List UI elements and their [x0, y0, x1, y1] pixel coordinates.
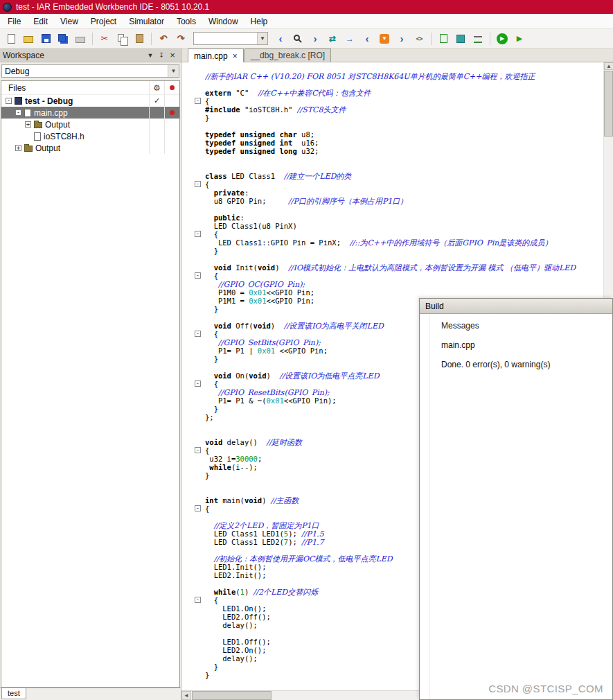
code-line[interactable]: P1M0 = 0x01<<GPIO_Pin; [191, 288, 603, 297]
code-line[interactable]: typedef unsigned long u32; [191, 147, 603, 155]
print-icon-button[interactable] [73, 31, 88, 46]
code-line[interactable]: - { [191, 272, 603, 280]
close-tab-icon[interactable]: × [233, 51, 238, 61]
code-line[interactable] [191, 122, 603, 130]
fold-gutter [191, 189, 205, 197]
menu-help[interactable]: Help [245, 15, 274, 28]
menu-edit[interactable]: Edit [27, 15, 54, 28]
scroll-up-icon[interactable]: ▲ [604, 62, 613, 70]
expand-icon[interactable]: + [25, 121, 31, 128]
code-line[interactable]: } [191, 114, 603, 122]
code-line[interactable]: #include "ioSTC8H.h" //STC8头文件 [191, 105, 603, 114]
chevron-down-icon[interactable]: ▼ [257, 33, 267, 44]
code-line[interactable]: LED_Class1::GPIO_Pin = PinX; //::为C++中的作… [191, 238, 603, 247]
debug-without-downloading-icon-button[interactable]: ▶ [512, 31, 527, 46]
fold-toggle-icon[interactable]: - [195, 380, 201, 387]
fold-toggle-icon[interactable]: - [195, 272, 201, 279]
workspace-panel-header[interactable]: Workspace ▼ ↧ × [0, 49, 181, 62]
code-line[interactable]: - { [191, 230, 603, 238]
new-document-icon-button[interactable] [3, 31, 19, 46]
tab-main-cpp[interactable]: main.cpp× [188, 49, 244, 62]
fold-toggle-icon[interactable]: - [195, 98, 201, 104]
panel-menu-icon[interactable]: ▼ [145, 50, 156, 61]
find-previous-icon-button[interactable]: ‹ [273, 31, 288, 46]
code-line[interactable] [191, 164, 603, 172]
code-line[interactable]: private: [191, 189, 603, 197]
menu-tools[interactable]: Tools [170, 15, 202, 28]
download-icon-button[interactable]: ▼ [377, 31, 392, 46]
nav-forward-icon-button[interactable]: › [394, 31, 409, 46]
search-icon-button[interactable] [290, 31, 305, 46]
build-window-titlebar[interactable]: Build [420, 299, 612, 314]
expand-icon[interactable]: + [15, 145, 21, 151]
configuration-dropdown[interactable]: Debug ▼ [1, 64, 179, 78]
code-line[interactable]: LED_Class1(u8 PinX) [191, 222, 603, 230]
chevron-down-icon[interactable]: ▼ [168, 65, 179, 77]
replace-icon-button[interactable]: ⇄ [325, 31, 340, 46]
file-icon [24, 109, 31, 117]
pin-icon[interactable]: ↧ [156, 50, 167, 61]
batch-build-icon-button[interactable] [470, 31, 486, 46]
fold-toggle-icon[interactable]: - [195, 597, 201, 603]
code-line[interactable]: } [191, 247, 603, 255]
settings-column-icon[interactable]: ⚙ [153, 83, 161, 93]
cut-icon-button[interactable]: ✂ [97, 31, 112, 46]
tree-item-output[interactable]: +Output [1, 142, 179, 154]
fold-toggle-icon[interactable]: - [195, 331, 201, 337]
nav-back-icon-button[interactable]: ‹ [359, 31, 375, 46]
code-line[interactable]: //GPIO_OC(GPIO_Pin); [191, 280, 603, 288]
code-line[interactable]: class LED_Class1 //建立一个LED的类 [191, 172, 603, 180]
menu-project[interactable]: Project [85, 15, 123, 28]
menu-view[interactable]: View [54, 15, 85, 28]
tree-item-main-cpp[interactable]: -main.cpp [1, 107, 179, 119]
save-icon-button[interactable] [38, 31, 53, 46]
tree-item-iostc8h-h[interactable]: ioSTC8H.h [1, 130, 179, 142]
code-line[interactable]: public: [191, 213, 603, 222]
code-line[interactable] [191, 205, 603, 213]
menu-file[interactable]: File [1, 15, 27, 28]
find-input[interactable] [194, 33, 257, 44]
code-line[interactable] [191, 155, 603, 164]
close-panel-icon[interactable]: × [167, 50, 178, 61]
toggle-header-source-icon-button[interactable]: <> [411, 31, 427, 46]
code-line[interactable]: //新手的IAR C++ (V10.20) FOR 8051 对STC8H8K6… [191, 72, 603, 80]
undo-icon-button[interactable]: ↶ [156, 31, 171, 46]
redo-icon-button[interactable]: ↷ [173, 31, 188, 46]
horizontal-scroll-thumb[interactable] [192, 691, 272, 700]
make-icon-button[interactable] [453, 31, 468, 46]
copy-icon-button[interactable] [114, 31, 130, 46]
goto-icon-button[interactable]: → [342, 31, 357, 46]
paste-icon-button[interactable] [132, 31, 147, 46]
fold-toggle-icon[interactable]: - [195, 505, 201, 511]
tree-item-output[interactable]: +Output [1, 119, 179, 130]
code-line[interactable]: -{ [191, 97, 603, 105]
find-combo[interactable]: ▼ [193, 32, 268, 45]
code-line[interactable]: u8 GPIO_Pin; //P口的引脚序号（本例占用P1口） [191, 197, 603, 205]
fold-toggle-icon[interactable]: - [195, 447, 201, 453]
workspace-tab-test[interactable]: test [1, 688, 26, 699]
scroll-left-icon[interactable]: ◄ [181, 691, 191, 700]
code-line[interactable]: typedef unsigned char u8; [191, 130, 603, 139]
code-line[interactable]: -{ [191, 180, 603, 189]
open-file-icon-button[interactable] [21, 31, 36, 46]
fold-toggle-icon[interactable]: - [195, 231, 201, 237]
menu-simulator[interactable]: Simulator [123, 15, 170, 28]
menu-window[interactable]: Window [202, 15, 245, 28]
collapse-icon[interactable]: - [6, 98, 12, 104]
build-status-cell [149, 130, 164, 142]
collapse-icon[interactable]: - [15, 110, 21, 116]
code-line[interactable]: typedef unsigned int u16; [191, 139, 603, 147]
tree-item-test-debug[interactable]: -test - Debug✓ [1, 95, 179, 107]
code-line[interactable]: extern "C" //在C++中兼容C代码：包含文件 [191, 89, 603, 97]
find-next-icon-button[interactable]: › [308, 31, 323, 46]
code-line[interactable] [191, 255, 603, 263]
batch-build-icon [474, 36, 482, 43]
download-and-debug-icon-button[interactable]: ▶ [495, 31, 510, 46]
code-line[interactable]: void Init(void) //IO模式初始化：上电默认为高阻模式，本例暂设… [191, 263, 603, 272]
fold-toggle-icon[interactable]: - [195, 181, 201, 187]
vertical-scroll-thumb[interactable] [604, 71, 613, 137]
save-all-icon-button[interactable] [55, 31, 71, 46]
compile-icon-button[interactable] [436, 31, 451, 46]
code-line[interactable] [191, 80, 603, 89]
tab--dbg-break-c-ro-[interactable]: __dbg_break.c [RO] [245, 49, 331, 62]
